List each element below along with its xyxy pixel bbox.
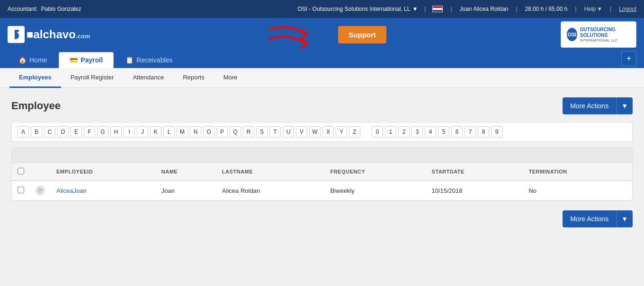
subnav-attendance[interactable]: Attendance — [123, 68, 173, 88]
alpha-btn-h[interactable]: H — [110, 126, 122, 138]
select-all-checkbox[interactable] — [18, 168, 24, 174]
alpha-btn-z[interactable]: Z — [349, 126, 360, 138]
subnav-employees[interactable]: Employees — [9, 68, 61, 88]
num-btn-8[interactable]: 8 — [478, 126, 489, 138]
osi-logo-top: OSI OUTSOURCING SOLUTIONS INTERNATIONAL … — [567, 27, 630, 43]
col-frequency: FREQUENCY — [324, 163, 426, 181]
help-label: Help — [584, 6, 596, 12]
support-button[interactable]: Support — [338, 26, 386, 43]
bottom-more-actions-dropdown-icon: ▼ — [621, 215, 628, 223]
flag-icon[interactable] — [432, 6, 443, 12]
accountant-label: Accountant: — [8, 6, 37, 12]
col-startdate: STARTDATE — [426, 163, 523, 181]
logout-link[interactable]: Logout — [619, 6, 636, 12]
page-title: Employee — [11, 100, 61, 112]
osi-logo: OSI OUTSOURCING SOLUTIONS INTERNATIONAL … — [561, 21, 636, 48]
svg-rect-0 — [12, 30, 15, 39]
alpha-btn-o[interactable]: O — [203, 126, 215, 138]
num-btn-9[interactable]: 9 — [491, 126, 502, 138]
tab-receivables-label: Receivables — [136, 56, 172, 64]
num-btn-2[interactable]: 2 — [398, 126, 410, 138]
help-button[interactable]: Help ▼ — [584, 6, 603, 12]
add-tab-button[interactable]: + — [621, 51, 636, 66]
row-checkbox[interactable] — [18, 187, 24, 193]
row-checkbox-cell — [12, 181, 30, 200]
subnav-reports[interactable]: Reports — [173, 68, 214, 88]
more-actions-button[interactable]: More Actions — [563, 97, 616, 114]
row-name: Joan — [156, 181, 216, 200]
org-selector-button[interactable]: OSI - Outsourcing Solutions Internationa… — [297, 6, 418, 12]
row-termination: No — [523, 181, 632, 200]
bottom-actions: More Actions ▼ — [11, 210, 633, 227]
alpha-btn-e[interactable]: E — [71, 126, 82, 138]
alpha-btn-d[interactable]: D — [57, 126, 69, 138]
alpha-btn-g[interactable]: G — [97, 126, 108, 138]
row-lastname: Alicea Roldan — [216, 181, 325, 200]
alpha-btn-b[interactable]: B — [31, 126, 42, 138]
tab-home[interactable]: 🏠 Home — [8, 52, 58, 68]
tab-home-label: Home — [29, 56, 47, 64]
hours-display: 28.00 h / 65.00 h — [525, 6, 567, 12]
alphabet-filter: ABCDEFGHIJKLMNOPQRSTUVWXYZ0123456789 — [11, 122, 633, 142]
alpha-btn-p[interactable]: P — [216, 126, 228, 138]
num-btn-4[interactable]: 4 — [425, 126, 436, 138]
alpha-btn-w[interactable]: W — [309, 126, 321, 138]
table-body: ⏱ AliceaJoan Joan Alicea Roldan Biweekly… — [12, 181, 632, 200]
alpha-btn-m[interactable]: M — [177, 126, 188, 138]
col-employeeid: EMPLOYEEID — [51, 163, 156, 181]
col-termination: TERMINATION — [523, 163, 632, 181]
alpha-btn-q[interactable]: Q — [230, 126, 241, 138]
divider-2: | — [450, 6, 452, 12]
top-bar: Accountant: Pablo Gonzalez OSI - Outsour… — [0, 0, 644, 18]
num-btn-7[interactable]: 7 — [465, 126, 476, 138]
logo-text: ■alchavo.com — [27, 28, 90, 41]
alpha-btn-y[interactable]: Y — [336, 126, 347, 138]
alpha-btn-x[interactable]: X — [322, 126, 334, 138]
alpha-btn-t[interactable]: T — [269, 126, 281, 138]
alpha-btn-i[interactable]: I — [124, 126, 135, 138]
alpha-btn-s[interactable]: S — [256, 126, 268, 138]
osi-company-name: OUTSOURCING SOLUTIONS — [580, 27, 630, 38]
alpha-btn-c[interactable]: C — [44, 126, 55, 138]
num-btn-5[interactable]: 5 — [438, 126, 449, 138]
num-btn-0[interactable]: 0 — [372, 126, 383, 138]
row-icon-cell: ⏱ — [30, 181, 51, 200]
subnav-payroll-register[interactable]: Payroll Register — [61, 68, 124, 88]
alpha-btn-n[interactable]: N — [190, 126, 201, 138]
tab-receivables[interactable]: 📋 Receivables — [115, 52, 183, 68]
divider-4: | — [575, 6, 576, 12]
alpha-btn-k[interactable]: K — [150, 126, 161, 138]
receivables-icon: 📋 — [125, 56, 134, 64]
main-content: Employee More Actions ▼ ABCDEFGHIJKLMNOP… — [0, 88, 644, 277]
employee-id-link[interactable]: AliceaJoan — [56, 187, 87, 194]
alpha-btn-u[interactable]: U — [283, 126, 294, 138]
sub-nav: Employees Payroll Register Attendance Re… — [0, 68, 644, 88]
nav-tabs: 🏠 Home 💳 Payroll 📋 Receivables + — [0, 51, 644, 68]
top-bar-right: | Joan Alicea Roldan | 28.00 h / 65.00 h… — [432, 6, 636, 12]
row-history-icon[interactable]: ⏱ — [36, 186, 45, 195]
bottom-more-actions-dropdown-button[interactable]: ▼ — [616, 210, 633, 227]
alpha-btn-j[interactable]: J — [137, 126, 148, 138]
osi-circle: OSI — [567, 28, 577, 41]
more-actions-dropdown-button[interactable]: ▼ — [616, 97, 633, 114]
divider-1: | — [424, 6, 426, 12]
alpha-btn-f[interactable]: F — [84, 126, 95, 138]
tab-payroll[interactable]: 💳 Payroll — [59, 52, 114, 68]
bottom-more-actions-button[interactable]: More Actions — [563, 210, 616, 227]
table-header: EMPLOYEEID NAME LASTNAME FREQUENCY START… — [12, 163, 632, 181]
subnav-more[interactable]: More — [214, 68, 247, 88]
table-row: ⏱ AliceaJoan Joan Alicea Roldan Biweekly… — [12, 181, 632, 200]
num-btn-3[interactable]: 3 — [411, 126, 423, 138]
alpha-btn-r[interactable]: R — [243, 126, 254, 138]
employee-table: EMPLOYEEID NAME LASTNAME FREQUENCY START… — [12, 163, 632, 200]
org-name: OSI - Outsourcing Solutions Internationa… — [297, 6, 410, 12]
col-lastname: LASTNAME — [216, 163, 325, 181]
num-btn-6[interactable]: 6 — [451, 126, 463, 138]
alpha-btn-v[interactable]: V — [296, 126, 307, 138]
bottom-more-actions-group: More Actions ▼ — [563, 210, 633, 227]
num-btn-1[interactable]: 1 — [385, 126, 396, 138]
accountant-name: Pablo Gonzalez — [41, 6, 81, 12]
alpha-btn-l[interactable]: L — [163, 126, 175, 138]
payroll-icon: 💳 — [70, 56, 78, 64]
alpha-btn-a[interactable]: A — [18, 126, 29, 138]
